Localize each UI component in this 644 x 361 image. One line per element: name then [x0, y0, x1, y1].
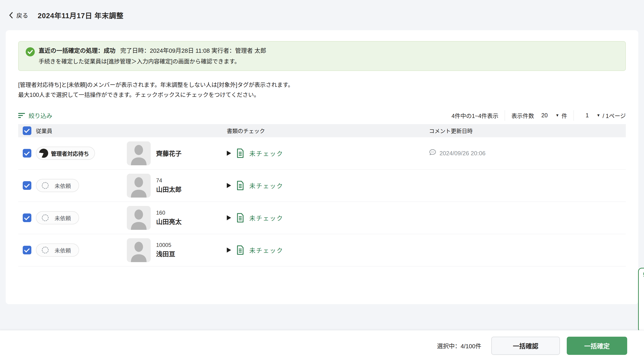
- table-row: 管理者対応待ち 齊藤花子: [18, 137, 626, 170]
- chevron-down-icon: ▼: [596, 113, 600, 118]
- range-text: 4件中の1~4件表示: [452, 111, 498, 120]
- top-bar: 戻る 2024年11月17日 年末調整: [0, 0, 644, 30]
- status-icon: [39, 149, 48, 158]
- description-line1: [管理者対応待ち]と[未依頼]のメンバーが表示されます。年末調整をしない人は[対…: [18, 80, 626, 90]
- status-tag: 未依頼: [36, 211, 79, 224]
- employee-name: 山田太郎: [156, 185, 182, 194]
- column-documents: 書類のチェック: [218, 127, 416, 135]
- status-icon: [42, 182, 49, 189]
- avatar: [127, 238, 151, 262]
- employee-name: 山田亮太: [156, 217, 182, 226]
- expand-arrow-icon[interactable]: [227, 248, 231, 253]
- bulk-finalize-button[interactable]: 一括確定: [567, 337, 627, 355]
- row-checkbox[interactable]: [23, 181, 31, 190]
- chat-support-tab[interactable]: チャットサポート: [638, 268, 644, 332]
- document-icon: [236, 181, 244, 190]
- page-value: 1: [586, 112, 589, 119]
- page-size-label: 表示件数: [511, 111, 534, 120]
- doc-status-link[interactable]: 未チェック: [249, 213, 283, 222]
- row-checkbox[interactable]: [23, 149, 31, 158]
- notice-line1: 直近の一括確定の処理：成功 完了日時：2024年09月28日 11:08 実行者…: [39, 47, 266, 55]
- employee-number: 74: [156, 177, 182, 184]
- expand-arrow-icon[interactable]: [227, 215, 231, 220]
- status-tag: 管理者対応待ち: [36, 147, 95, 160]
- document-icon: [236, 245, 244, 255]
- employee-name: 浅田亘: [156, 249, 175, 258]
- row-checkbox[interactable]: [23, 246, 31, 254]
- avatar: [127, 174, 151, 198]
- page-select[interactable]: 1 ▼: [580, 112, 603, 119]
- notice-detail: 完了日時：2024年09月28日 11:08 実行者：管理者 太郎: [120, 47, 266, 54]
- description-line2: 最大100人まで選択して一括操作ができます。チェックボックスにチェックをつけてく…: [18, 90, 626, 100]
- back-label: 戻る: [16, 11, 28, 19]
- chevron-down-icon: ▼: [556, 113, 559, 118]
- comment-icon: [429, 149, 436, 158]
- bottom-action-bar: 選択中：4/100件 一括確認 一括確定: [0, 330, 644, 361]
- status-icon: [42, 247, 49, 253]
- table-body: 管理者対応待ち 齊藤花子: [18, 137, 626, 266]
- expand-arrow-icon[interactable]: [227, 151, 231, 156]
- page-title: 2024年11月17日 年末調整: [38, 10, 124, 20]
- column-comment: コメント更新日時: [416, 127, 626, 135]
- page-size-value: 20: [541, 112, 548, 119]
- list-toolbar: 絞り込み 4件中の1~4件表示 表示件数 20 ▼ 件 1 ▼ / 1ページ: [18, 110, 626, 121]
- back-button[interactable]: 戻る: [9, 11, 28, 19]
- avatar: [127, 206, 151, 230]
- column-employee: 従業員: [36, 127, 218, 135]
- table-row: 未依頼 10005 浅田亘: [18, 234, 626, 266]
- table-row: 未依頼 160 山田亮太: [18, 202, 626, 234]
- employee-number: 10005: [156, 242, 175, 248]
- select-all-checkbox[interactable]: [23, 126, 31, 135]
- doc-status-link[interactable]: 未チェック: [249, 149, 283, 158]
- status-label: 未依頼: [54, 182, 71, 190]
- success-check-icon: [26, 47, 35, 58]
- expand-arrow-icon[interactable]: [227, 183, 231, 188]
- divider: [574, 110, 574, 121]
- filter-icon: [18, 113, 26, 118]
- document-icon: [236, 213, 244, 223]
- filter-label: 絞り込み: [29, 111, 52, 120]
- table-header: 従業員 書類のチェック コメント更新日時: [18, 124, 626, 137]
- divider: [505, 110, 505, 121]
- page-size-select[interactable]: 20 ▼: [536, 112, 562, 119]
- status-tag: 未依頼: [36, 243, 79, 257]
- notice-body: 手続きを確定した従業員は[進捗管理＞入力内容確定]の画面から確認できます。: [39, 58, 266, 66]
- employee-table: 従業員 書類のチェック コメント更新日時 管理者対応待ち: [18, 124, 626, 266]
- status-label: 未依頼: [54, 246, 71, 254]
- avatar: [127, 141, 151, 165]
- doc-status-link[interactable]: 未チェック: [249, 246, 283, 255]
- chevron-left-icon: [9, 12, 14, 19]
- status-icon: [42, 214, 49, 221]
- main-card: 直近の一括確定の処理：成功 完了日時：2024年09月28日 11:08 実行者…: [6, 30, 638, 304]
- page-size-unit: 件: [562, 111, 567, 120]
- selected-count: 選択中：4/100件: [437, 341, 481, 350]
- employee-number: 160: [156, 210, 182, 216]
- filter-button[interactable]: 絞り込み: [18, 111, 52, 120]
- notice-title: 直近の一括確定の処理：成功: [39, 47, 116, 54]
- comment-updated-at: 2024/09/26 20:06: [440, 150, 486, 157]
- page-total: / 1ページ: [603, 111, 626, 120]
- status-tag: 未依頼: [36, 179, 79, 192]
- table-row: 未依頼 74 山田太郎: [18, 170, 626, 202]
- bulk-confirm-button[interactable]: 一括確認: [491, 337, 560, 355]
- status-label: 管理者対応待ち: [51, 149, 89, 157]
- status-label: 未依頼: [54, 214, 71, 222]
- employee-name: 齊藤花子: [156, 149, 182, 158]
- chat-bubble-icon: [643, 271, 644, 279]
- row-checkbox[interactable]: [23, 213, 31, 222]
- page-description: [管理者対応待ち]と[未依頼]のメンバーが表示されます。年末調整をしない人は[対…: [18, 80, 626, 100]
- success-notice: 直近の一括確定の処理：成功 完了日時：2024年09月28日 11:08 実行者…: [18, 41, 626, 71]
- document-icon: [236, 148, 244, 158]
- doc-status-link[interactable]: 未チェック: [249, 181, 283, 190]
- pagination-controls: 4件中の1~4件表示 表示件数 20 ▼ 件 1 ▼ / 1ページ: [452, 110, 626, 121]
